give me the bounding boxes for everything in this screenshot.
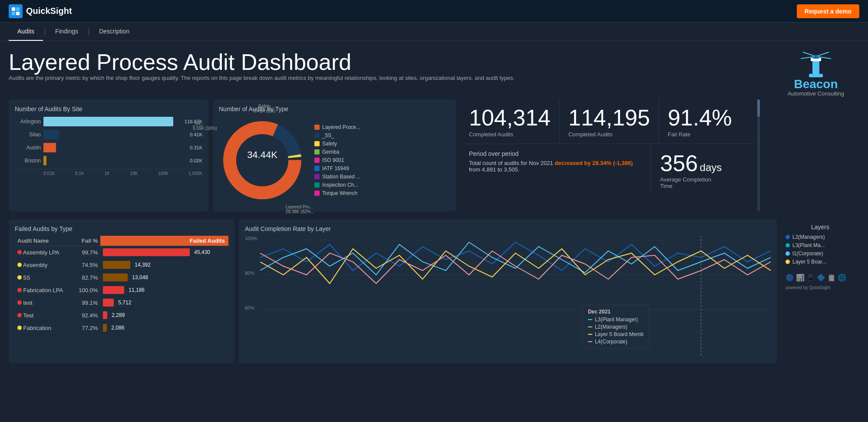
- donut-chart-area: Safety0.41K (1%) _5S_5.55K (16%) 34.44K: [219, 117, 450, 205]
- legend-torque: Torque Wrench: [314, 190, 360, 196]
- bar-label-boston: Boston: [15, 158, 41, 164]
- period-title: Period over period: [469, 150, 642, 157]
- tray-icon-3: 📱: [806, 274, 815, 282]
- table-row: Assembly LPA 99.7% 45,430: [15, 246, 228, 259]
- fail-num-1: 45,430: [194, 249, 210, 255]
- tooltip-l3-label: L3(Plant Manager): [595, 316, 638, 323]
- chart-tooltip: Dec 2021 L3(Plant Manager) L2(Managers) …: [582, 305, 649, 349]
- table-row: Fabrication 77.2% 2,086: [15, 322, 228, 334]
- topnav: QuickSight Request a demo: [0, 0, 868, 23]
- layer-item-l2: L2(Managers): [785, 234, 855, 240]
- kpi-avg-days: 356 days Average Completion Time: [651, 144, 756, 195]
- days-display: 356 days: [660, 150, 747, 176]
- bar-track-arlington: [43, 117, 180, 126]
- td-pct-3: 82.7%: [73, 271, 100, 284]
- layer-label-l2: L2(Managers): [792, 234, 825, 240]
- tab-findings[interactable]: Findings: [46, 23, 87, 41]
- bar-fill-boston: [43, 156, 46, 165]
- fail-bar-cell-2: 14,392: [103, 261, 226, 269]
- svg-rect-0: [12, 7, 15, 11]
- td-bar-1: 45,430: [100, 246, 228, 259]
- td-bar-4: 11,186: [100, 284, 228, 297]
- bar-row-silao: Silao 0.41K: [15, 130, 202, 139]
- scrollbar[interactable]: [757, 99, 760, 211]
- avg-label-1: Average Completion: [660, 176, 711, 183]
- period-decrease: decreased by 28.34% (-1,386): [554, 160, 633, 166]
- tab-separator-2: |: [87, 23, 90, 41]
- td-bar-6: 2,289: [100, 309, 228, 322]
- donut-svg-wrapper: Safety0.41K (1%) _5S_5.55K (16%) 34.44K: [219, 117, 306, 205]
- bar-fill-arlington: [43, 117, 173, 126]
- layers-panel: Layers L2(Managers) L3(Plant Ma... l1(Co…: [781, 219, 859, 363]
- charts-row: Number of Audits By Site Arlington 118.8…: [9, 99, 859, 211]
- legend-gemba: Gemba: [314, 149, 360, 155]
- donut-label-layered: Layered Pro...28.38K (82%...: [286, 204, 314, 214]
- fail-bar-cell-5: 5,712: [103, 299, 226, 307]
- fail-num-6: 2,289: [112, 312, 125, 318]
- td-bar-7: 2,086: [100, 322, 228, 334]
- x-tick-1: 0.01K: [43, 171, 55, 176]
- x-tick-5: 100K: [158, 171, 168, 176]
- layer-label-l3: L3(Plant Ma...: [792, 242, 825, 248]
- donut-legend: Layered Proce... _5S_ Safety Gemba: [314, 124, 360, 198]
- fail-table-body: Assembly LPA 99.7% 45,430 Assembly 74.5%: [15, 246, 228, 334]
- quicksight-logo-icon: [9, 4, 23, 18]
- dot-yellow-7: [17, 326, 22, 330]
- y-tick-100: 100%: [245, 236, 257, 241]
- kpi-completed-1: 104,314 Completed Audits: [460, 99, 559, 144]
- kpi-top-row: 104,314 Completed Audits 114,195 Complet…: [460, 99, 756, 144]
- legend-label-5s: _5S_: [322, 132, 334, 138]
- y-tick-80: 80%: [245, 270, 254, 276]
- layer-item-l3: L3(Plant Ma...: [785, 242, 855, 248]
- bar-val-austin: 0.31K: [190, 145, 202, 150]
- table-row: Test 92.4% 2,289: [15, 309, 228, 322]
- bar-row-austin: Austin 0.31K: [15, 143, 202, 152]
- tab-separator-1: |: [43, 23, 46, 41]
- table-row: 5S 82.7% 13,048: [15, 271, 228, 284]
- tray-icon-5: 📋: [827, 274, 836, 282]
- fail-bar-fill-1: [103, 248, 190, 256]
- beacon-brand-name: Beacon: [794, 78, 838, 90]
- bar-fill-silao: [43, 130, 59, 139]
- fail-table-header-row: Audit Name Fail % Failed Audits: [15, 236, 228, 246]
- tooltip-l2-line: [588, 326, 592, 327]
- x-tick-3: 1K: [104, 171, 109, 176]
- logo-text: QuickSight: [26, 6, 72, 16]
- x-axis-ticks: 0.01K 0.1K 1K 10K 100K 1,000K: [15, 171, 202, 176]
- tooltip-l2-label: L2(Managers): [595, 324, 627, 330]
- period-text: Total count of audits for Nov 2021 decre…: [469, 160, 642, 173]
- tray-icon-1: 🔵: [785, 274, 794, 282]
- svg-text:34.44K: 34.44K: [247, 149, 277, 160]
- fail-num-3: 13,048: [132, 274, 148, 280]
- fail-bar-fill-5: [103, 299, 114, 307]
- layer-item-l5: Layer 5 Boar...: [785, 259, 855, 265]
- legend-layered: Layered Proce...: [314, 124, 360, 130]
- tab-description[interactable]: Description: [90, 23, 138, 41]
- beacon-logo-image: Beacon Automotive Consulting: [772, 50, 859, 97]
- beacon-sub-text: Automotive Consulting: [788, 90, 844, 97]
- tooltip-l3-line: [588, 319, 592, 320]
- scrollbar-thumb[interactable]: [757, 99, 760, 117]
- td-bar-5: 5,712: [100, 297, 228, 309]
- tooltip-l5-label: Layer 5 Board Memb: [595, 331, 644, 337]
- td-pct-4: 100.0%: [73, 284, 100, 297]
- bar-val-silao: 0.41K: [190, 132, 202, 137]
- bar-chart-area: Arlington 118.87K Silao 0.41K Austin: [15, 117, 202, 176]
- legend-iso: ISO 9001: [314, 157, 360, 163]
- layer-dot-l5: [785, 260, 790, 264]
- legend-station: Station Based ...: [314, 174, 360, 180]
- legend-inspection: Inspection Ch...: [314, 182, 360, 188]
- tooltip-l4: L4(Corporate): [588, 339, 644, 345]
- th-audit-name: Audit Name: [15, 236, 73, 246]
- tab-audits[interactable]: Audits: [9, 23, 43, 41]
- demo-button[interactable]: Request a demo: [797, 4, 859, 18]
- bar-track-boston: [43, 156, 185, 165]
- y-tick-60: 60%: [245, 305, 254, 310]
- bar-label-austin: Austin: [15, 145, 41, 151]
- line-chart-area: 100% 80% 60%: [245, 236, 771, 357]
- dot-red-1: [17, 250, 22, 254]
- bar-label-silao: Silao: [15, 132, 41, 138]
- dot-yellow-2: [17, 263, 22, 267]
- legend-iatf: IATF 16949: [314, 165, 360, 171]
- legend-label-iso: ISO 9001: [322, 157, 344, 163]
